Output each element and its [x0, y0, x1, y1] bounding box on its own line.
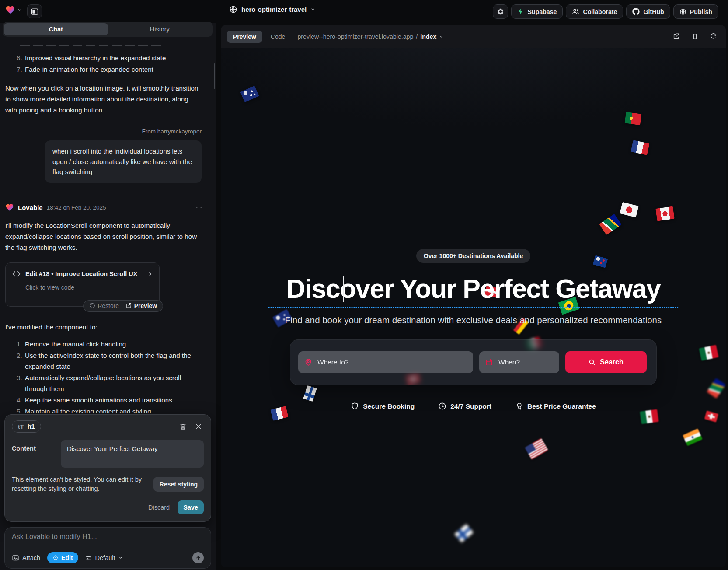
- project-switcher[interactable]: hero-optimizer-travel: [229, 5, 315, 14]
- close-icon[interactable]: [195, 423, 202, 430]
- preview-toolbar: Preview Code preview--hero-optimizer-tra…: [221, 25, 726, 48]
- h1-selection-outline[interactable]: Discover Your Perfect Getaway: [268, 270, 679, 308]
- refresh-icon[interactable]: [710, 33, 717, 40]
- features-row: Secure Booking 24/7 Support Best Price G…: [351, 402, 596, 410]
- mode-selector[interactable]: Default: [85, 554, 123, 561]
- calendar-icon: [485, 359, 493, 366]
- preview-version-label: Preview: [134, 301, 157, 311]
- shield-icon: [351, 402, 359, 410]
- assistant-paragraph: I'll modify the LocationScroll component…: [5, 220, 199, 253]
- message-menu-icon[interactable]: [195, 204, 202, 211]
- reset-styling-button[interactable]: Reset styling: [153, 477, 204, 492]
- flag-france-icon: [631, 140, 650, 155]
- edit-card-title: Edit #18 • Improve Location Scroll UX: [25, 269, 143, 280]
- content-textarea[interactable]: Discover Your Perfect Getaway: [61, 440, 204, 468]
- sidebar-toggle-icon: [31, 7, 39, 16]
- lovable-logo-menu[interactable]: [5, 5, 22, 15]
- discard-button[interactable]: Discard: [148, 504, 170, 511]
- settings-button[interactable]: [493, 4, 508, 19]
- flag-portugal-icon: [624, 112, 641, 126]
- code-icon: [12, 270, 21, 277]
- supabase-bolt-icon: [517, 8, 524, 15]
- text-caret: [343, 276, 344, 302]
- flag-mexico-icon: [640, 409, 659, 424]
- tab-code[interactable]: Code: [271, 33, 285, 40]
- chevron-down-icon: [439, 35, 443, 39]
- user-message-bubble: when i scroll into the individual locati…: [45, 140, 202, 183]
- chat-sidebar: Chat History Improved visual hierarchy i…: [0, 23, 216, 570]
- topbar-actions: Supabase Collaborate GitHub Publish: [493, 4, 718, 19]
- attach-button[interactable]: Attach: [12, 554, 40, 562]
- preview-panel: Preview Code preview--hero-optimizer-tra…: [221, 25, 726, 567]
- mobile-view-icon[interactable]: [692, 33, 698, 40]
- github-button[interactable]: GitHub: [626, 4, 670, 19]
- attach-label: Attach: [22, 554, 40, 561]
- edit-mode-button[interactable]: Edit: [47, 552, 78, 563]
- sidebar-toggle-button[interactable]: [27, 4, 42, 18]
- list-item: Automatically expand/collapse locations …: [24, 372, 205, 394]
- assistant-name: Lovable: [18, 202, 43, 213]
- edit-version-card[interactable]: Edit #18 • Improve Location Scroll UX Cl…: [5, 262, 160, 307]
- destinations-badge: Over 1000+ Destinations Available: [416, 249, 530, 263]
- mode-label: Default: [95, 554, 115, 561]
- element-tag-pill: tT h1: [12, 420, 41, 433]
- date-field[interactable]: [479, 351, 559, 373]
- assistant-paragraph: Now when you click on a location image, …: [5, 83, 199, 115]
- publish-globe-icon: [679, 8, 686, 15]
- search-button[interactable]: Search: [565, 351, 647, 373]
- list-item: Improved visual hierarchy in the expande…: [24, 52, 205, 63]
- message-timestamp: 18:42 on Feb 20, 2025: [47, 202, 106, 213]
- lovable-heart-icon: [5, 203, 14, 212]
- user-attribution: From harrymckayroper: [5, 126, 202, 137]
- search-box: Search: [290, 339, 657, 385]
- url-separator: /: [416, 33, 418, 40]
- list-item: Remove the manual click handling: [24, 339, 205, 350]
- preview-version-button[interactable]: Preview: [125, 301, 157, 311]
- github-label: GitHub: [643, 8, 664, 15]
- element-tag: h1: [28, 423, 35, 430]
- content-label: Content: [12, 440, 61, 468]
- hero-title[interactable]: Discover Your Perfect Getaway: [286, 273, 660, 304]
- restore-label: Restore: [98, 301, 119, 311]
- list-item: Fade-in animation for the expanded conte…: [24, 64, 205, 75]
- chevron-right-icon: [147, 271, 153, 277]
- feature-best-price: Best Price Guarantee: [515, 402, 596, 410]
- supabase-button[interactable]: Supabase: [511, 4, 563, 19]
- publish-button[interactable]: Publish: [673, 4, 718, 19]
- feature-label: 24/7 Support: [450, 402, 491, 410]
- save-button[interactable]: Save: [178, 500, 204, 514]
- feature-label: Secure Booking: [363, 402, 415, 410]
- list-item: Use the activeIndex state to control bot…: [24, 350, 205, 372]
- where-to-input[interactable]: [298, 351, 473, 373]
- url-page: index: [420, 33, 436, 40]
- top-bar: hero-optimizer-travel Supabase Collabora…: [0, 0, 728, 23]
- send-button[interactable]: [192, 552, 204, 563]
- assistant-list-bottom: Remove the manual click handlingUse the …: [5, 339, 205, 413]
- tab-history[interactable]: History: [108, 23, 212, 35]
- people-icon: [572, 8, 579, 15]
- flag-switzerland-icon: [704, 411, 718, 423]
- open-in-new-tab-icon[interactable]: [672, 33, 680, 40]
- version-actions-pill: Restore Preview: [83, 300, 163, 312]
- delete-element-icon[interactable]: [179, 423, 187, 430]
- flag-japan-icon: [620, 202, 638, 217]
- flag-australia-icon: [240, 86, 259, 102]
- supabase-label: Supabase: [527, 8, 557, 15]
- flag-india-icon: [683, 428, 703, 446]
- tab-chat[interactable]: Chat: [4, 23, 108, 35]
- location-pin-icon: [304, 358, 312, 366]
- list-item: Keep the same smooth animations and tran…: [24, 395, 205, 406]
- destination-field[interactable]: [298, 351, 473, 373]
- edit-mode-label: Edit: [61, 554, 73, 561]
- search-icon: [589, 359, 596, 366]
- styling-note: This element can't be styled. You can ed…: [12, 475, 147, 493]
- tab-preview[interactable]: Preview: [227, 31, 262, 43]
- chat-input[interactable]: [12, 533, 204, 548]
- url-domain: preview--hero-optimizer-travel.lovable.a…: [297, 33, 413, 40]
- restore-button[interactable]: Restore: [89, 301, 119, 311]
- preview-url[interactable]: preview--hero-optimizer-travel.lovable.a…: [297, 33, 443, 40]
- collaborate-button[interactable]: Collaborate: [566, 4, 623, 19]
- text-type-icon: tT: [18, 423, 24, 430]
- flag-finland-icon: [454, 524, 474, 542]
- hero-subtitle: Find and book your dream destination wit…: [285, 315, 662, 325]
